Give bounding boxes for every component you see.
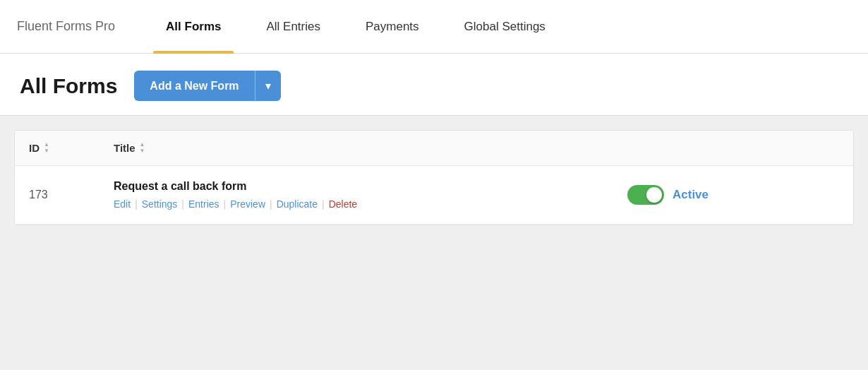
nav-global-settings[interactable]: Global Settings bbox=[442, 0, 568, 54]
action-edit[interactable]: Edit bbox=[114, 198, 131, 210]
row-title: Request a call back form bbox=[114, 180, 627, 193]
sort-title-icon[interactable] bbox=[140, 142, 145, 154]
action-settings[interactable]: Settings bbox=[142, 198, 178, 210]
sep-3: | bbox=[224, 198, 227, 210]
table-row: 173 Request a call back form Edit | Sett… bbox=[15, 166, 853, 225]
row-status: Active bbox=[627, 185, 839, 205]
page-title: All Forms bbox=[20, 74, 117, 98]
add-new-form-button-group: Add a New Form bbox=[134, 71, 280, 101]
row-id: 173 bbox=[29, 189, 114, 201]
sep-5: | bbox=[322, 198, 325, 210]
brand-label: Fluent Forms Pro bbox=[17, 19, 132, 34]
table-header: ID Title bbox=[15, 131, 853, 166]
content-area: ID Title 173 Request a call back form Ed… bbox=[0, 130, 868, 225]
sep-1: | bbox=[135, 198, 138, 210]
status-badge: Active bbox=[673, 188, 709, 202]
toggle-thumb bbox=[646, 187, 662, 203]
forms-table: ID Title 173 Request a call back form Ed… bbox=[14, 130, 854, 225]
page-header: All Forms Add a New Form bbox=[0, 54, 868, 116]
action-entries[interactable]: Entries bbox=[188, 198, 219, 210]
action-duplicate[interactable]: Duplicate bbox=[277, 198, 318, 210]
active-toggle[interactable] bbox=[627, 185, 664, 205]
col-header-title: Title bbox=[114, 142, 627, 154]
col-header-status bbox=[627, 142, 839, 154]
nav-all-forms[interactable]: All Forms bbox=[143, 0, 243, 54]
row-title-cell: Request a call back form Edit | Settings… bbox=[114, 180, 627, 210]
col-header-id: ID bbox=[29, 142, 114, 154]
sep-4: | bbox=[270, 198, 272, 210]
add-new-form-button[interactable]: Add a New Form bbox=[134, 71, 254, 101]
add-new-form-dropdown-button[interactable] bbox=[255, 71, 281, 101]
nav-payments[interactable]: Payments bbox=[343, 0, 442, 54]
action-delete[interactable]: Delete bbox=[329, 198, 357, 210]
sep-2: | bbox=[181, 198, 184, 210]
sort-id-icon[interactable] bbox=[44, 142, 49, 154]
row-actions: Edit | Settings | Entries | Preview | Du… bbox=[114, 198, 627, 210]
top-nav: Fluent Forms Pro All Forms All Entries P… bbox=[0, 0, 868, 54]
action-preview[interactable]: Preview bbox=[230, 198, 265, 210]
nav-all-entries[interactable]: All Entries bbox=[243, 0, 343, 54]
